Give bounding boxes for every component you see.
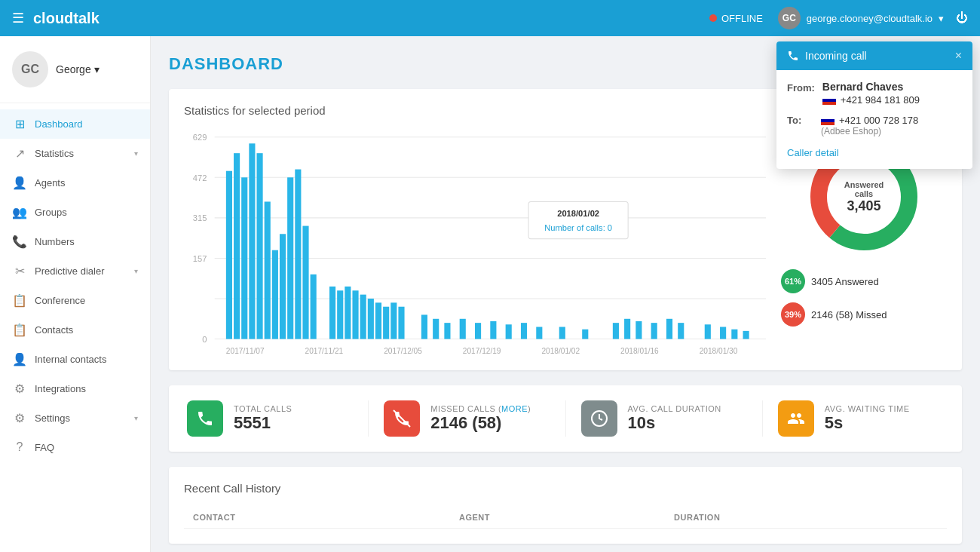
sidebar-item-statistics[interactable]: ↗ Statistics ▾	[0, 139, 150, 168]
svg-rect-60	[743, 331, 749, 339]
svg-text:2017/12/05: 2017/12/05	[384, 347, 422, 355]
svg-text:0: 0	[202, 335, 207, 344]
sidebar-item-groups[interactable]: 👥 Groups	[0, 198, 150, 227]
svg-rect-51	[613, 323, 619, 339]
user-menu[interactable]: GC george.clooney@cloudtalk.io ▾	[778, 7, 944, 29]
svg-text:2018/01/16: 2018/01/16	[620, 347, 659, 355]
phone-icon	[787, 50, 799, 62]
svg-rect-49	[559, 327, 565, 339]
stat-total-calls: TOTAL CALLS 5551	[187, 400, 369, 437]
svg-rect-45	[490, 321, 496, 339]
sidebar-item-agents[interactable]: 👤 Agents	[0, 168, 150, 198]
answered-label: 3405 Answered	[811, 276, 879, 287]
svg-rect-33	[352, 290, 358, 339]
svg-rect-42	[444, 323, 450, 339]
svg-line-67	[394, 410, 410, 427]
svg-rect-50	[582, 330, 588, 339]
svg-text:2017/12/19: 2017/12/19	[463, 347, 501, 355]
receiver-number-row: +421 000 728 178	[821, 115, 918, 126]
popup-header: Incoming call ×	[776, 41, 972, 70]
status-indicator[interactable]: OFFLINE	[709, 13, 763, 24]
svg-text:2018/01/02: 2018/01/02	[557, 208, 599, 217]
sidebar-item-label: Dashboard	[35, 118, 83, 130]
to-label: To:	[787, 115, 813, 126]
numbers-icon: 📞	[12, 235, 27, 249]
power-icon[interactable]: ⏻	[956, 11, 968, 25]
total-calls-value: 5551	[234, 413, 292, 433]
avg-waiting-label: AVG. WAITING TIME	[825, 404, 910, 413]
svg-text:2017/11/07: 2017/11/07	[226, 347, 265, 355]
sidebar-item-label: Settings	[35, 412, 70, 424]
predictive-dialer-icon: ✂	[12, 264, 27, 278]
caller-number: +421 984 181 809	[841, 94, 920, 106]
sidebar-username: George ▾	[56, 63, 100, 75]
svg-rect-40	[421, 314, 427, 339]
svg-rect-37	[383, 307, 389, 339]
avatar: GC	[12, 51, 48, 87]
receiver-number: +421 000 728 178	[839, 115, 918, 126]
sidebar-item-internal-contacts[interactable]: 👤 Internal contacts	[0, 345, 150, 374]
faq-icon: ?	[12, 440, 27, 454]
svg-rect-61	[528, 201, 628, 238]
missed-calls-value: 2146 (58)	[430, 413, 531, 433]
caller-detail-link[interactable]: Caller detail	[787, 144, 839, 158]
groups-icon: 👥	[12, 205, 27, 219]
svg-rect-36	[375, 302, 381, 339]
sidebar-item-label: Groups	[35, 207, 67, 218]
svg-rect-41	[433, 319, 439, 339]
popup-title: Incoming call	[805, 50, 867, 62]
from-label: From:	[787, 82, 815, 94]
svg-text:2018/01/02: 2018/01/02	[541, 347, 580, 355]
recent-call-history: Recent Call History CONTACT AGENT DURATI…	[169, 467, 962, 544]
svg-rect-29	[311, 274, 317, 339]
navbar: ☰ cloudtalk OFFLINE GC george.clooney@cl…	[0, 0, 980, 36]
svg-rect-58	[720, 327, 726, 339]
avg-duration-label: AVG. CALL DURATION	[628, 404, 721, 413]
donut-label: Answered calls 3,405	[834, 180, 894, 214]
svg-rect-52	[624, 319, 630, 339]
svg-rect-53	[635, 321, 642, 339]
col-contact: CONTACT	[184, 507, 450, 529]
svg-rect-20	[241, 177, 247, 339]
svg-rect-38	[390, 302, 397, 339]
brand-logo: cloudtalk	[33, 10, 100, 27]
svg-text:157: 157	[193, 253, 207, 262]
sidebar-item-settings[interactable]: ⚙ Settings ▾	[0, 403, 150, 433]
sidebar-item-integrations[interactable]: ⚙ Integrations	[0, 374, 150, 403]
svg-rect-18	[226, 171, 232, 339]
sidebar-item-conference[interactable]: 📋 Conference	[0, 286, 150, 315]
sidebar: GC George ▾ ⊞ Dashboard ↗ Statistics ▾ 👤…	[0, 36, 151, 552]
sidebar-item-contacts[interactable]: 📋 Contacts	[0, 315, 150, 345]
svg-rect-48	[536, 327, 542, 339]
sidebar-item-numbers[interactable]: 📞 Numbers	[0, 227, 150, 256]
internal-contacts-icon: 👤	[12, 352, 27, 366]
hamburger-menu[interactable]: ☰	[12, 10, 24, 26]
sidebar-item-label: Contacts	[35, 324, 73, 336]
svg-rect-44	[475, 323, 481, 339]
more-link[interactable]: MORE	[501, 404, 528, 413]
integrations-icon: ⚙	[12, 382, 27, 396]
sidebar-item-label: Integrations	[35, 383, 86, 394]
sidebar-item-label: Numbers	[35, 236, 75, 247]
col-agent: AGENT	[450, 507, 665, 529]
sidebar-item-predictive-dialer[interactable]: ✂ Predictive dialer ▾	[0, 256, 150, 286]
missed-calls-icon	[384, 400, 420, 437]
svg-rect-35	[368, 299, 374, 339]
svg-rect-56	[678, 323, 684, 339]
svg-text:Number of calls: 0: Number of calls: 0	[544, 223, 612, 232]
missed-calls-label: MISSED CALLS (MORE)	[430, 404, 531, 413]
status-label: OFFLINE	[721, 13, 763, 24]
svg-rect-24	[272, 250, 278, 339]
avg-duration-value: 10s	[628, 413, 721, 433]
svg-rect-28	[302, 226, 308, 339]
sidebar-item-label: Internal contacts	[35, 354, 106, 365]
sidebar-item-dashboard[interactable]: ⊞ Dashboard	[0, 109, 150, 139]
popup-body: From: Bernard Chaves +421 984 181 809 To…	[776, 70, 972, 169]
avg-duration-icon	[581, 400, 617, 437]
statistics-icon: ↗	[12, 146, 27, 161]
avg-waiting-icon	[778, 400, 814, 437]
chart-svg: 629 472 315 157 0 2017/11/07 2017/11/21 …	[184, 129, 766, 355]
sidebar-item-faq[interactable]: ? FAQ	[0, 433, 150, 462]
popup-close-button[interactable]: ×	[955, 49, 962, 63]
stat-avg-waiting: AVG. WAITING TIME 5s	[778, 400, 944, 437]
